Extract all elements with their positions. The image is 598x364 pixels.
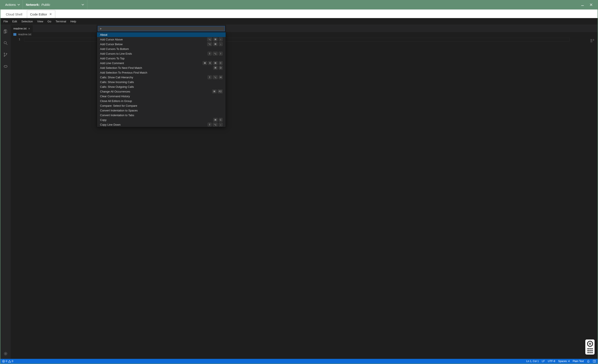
command-palette-list[interactable]: AboutAdd Cursor Above⌥⌘↑Add Cursor Below… bbox=[97, 32, 226, 127]
svg-point-2 bbox=[4, 56, 5, 56]
indentation-indicator[interactable]: Spaces: 4 bbox=[558, 360, 570, 363]
command-item[interactable]: Close All Editors in Group bbox=[97, 99, 226, 103]
close-button[interactable] bbox=[587, 0, 595, 9]
command-item[interactable]: Add Cursor Above⌥⌘↑ bbox=[97, 37, 226, 42]
help-icon[interactable] bbox=[587, 341, 593, 347]
keycap: F2 bbox=[218, 90, 223, 93]
outline-icon bbox=[590, 38, 594, 43]
network-dropdown[interactable]: Network: Public bbox=[23, 0, 87, 9]
keycap: ⌥ bbox=[213, 123, 218, 126]
workspace: readme.txt × readme.txt 1 bbox=[0, 25, 598, 359]
menu-terminal[interactable]: Terminal bbox=[53, 18, 68, 24]
command-item-shortcut: ⌘F2 bbox=[212, 90, 223, 93]
command-item[interactable]: Calls: Show Outgoing Calls bbox=[97, 84, 226, 89]
command-item-label: Add Cursor Above bbox=[100, 38, 207, 41]
command-item[interactable]: Calls: Show Call Hierarchy⇧⌥H bbox=[97, 75, 226, 80]
command-item-shortcut: ⌘C bbox=[213, 118, 223, 122]
keycap: ⌘ bbox=[213, 37, 218, 41]
keycap: ⇧ bbox=[208, 75, 212, 79]
editor-app: File Edit Selection View Go Terminal Hel… bbox=[0, 18, 598, 364]
editor-content: readme.txt × readme.txt 1 bbox=[11, 25, 598, 359]
keycap: H bbox=[219, 75, 223, 79]
language-mode[interactable]: Plain Text bbox=[573, 360, 584, 363]
keycap: ⌘ bbox=[213, 61, 218, 65]
command-item-label: Copy bbox=[100, 118, 213, 122]
command-item[interactable]: Change All Occurrences⌘F2 bbox=[97, 89, 226, 94]
outline-toggle-button[interactable] bbox=[589, 38, 595, 44]
menu-file[interactable]: File bbox=[1, 18, 10, 24]
command-item[interactable]: Compare: Select for Compare bbox=[97, 103, 226, 108]
close-icon bbox=[590, 3, 593, 6]
tab-cloud-shell-label: Cloud Shell bbox=[6, 12, 22, 16]
notifications-button[interactable] bbox=[587, 360, 590, 363]
close-tab-icon[interactable]: ✕ bbox=[49, 12, 52, 16]
command-item-shortcut: ⇧⌥↓ bbox=[208, 123, 223, 126]
command-palette-input-row bbox=[97, 25, 226, 32]
command-item[interactable]: Copy⌘C bbox=[97, 117, 226, 122]
layout-icon bbox=[593, 360, 596, 363]
keycap: ⌘ bbox=[213, 42, 218, 46]
oval-icon bbox=[3, 64, 8, 69]
close-editor-tab-icon[interactable]: × bbox=[28, 27, 30, 30]
command-item[interactable]: Add Selection To Previous Find Match bbox=[97, 70, 226, 75]
keycap: I bbox=[219, 52, 223, 56]
command-item[interactable]: Add Cursors To Top bbox=[97, 56, 226, 61]
keycap: ⇧ bbox=[208, 52, 212, 56]
chevron-down-icon bbox=[17, 3, 20, 6]
command-item-label: Convert Indentation to Spaces bbox=[100, 109, 223, 112]
layout-toggle-button[interactable] bbox=[593, 360, 596, 363]
svg-rect-4 bbox=[4, 66, 7, 67]
command-item[interactable]: Clear Command History bbox=[97, 94, 226, 99]
command-item-label: Calls: Show Call Hierarchy bbox=[100, 76, 208, 79]
keycap: C bbox=[219, 61, 223, 65]
source-control-tab[interactable] bbox=[0, 50, 11, 60]
minimize-button[interactable] bbox=[578, 0, 587, 9]
command-item-label: Add Selection To Previous Find Match bbox=[100, 71, 223, 74]
menu-edit[interactable]: Edit bbox=[10, 18, 19, 24]
svg-point-5 bbox=[5, 353, 6, 354]
command-palette-input[interactable] bbox=[98, 26, 225, 31]
search-tab[interactable] bbox=[0, 38, 11, 48]
problems-button[interactable]: 0 0 bbox=[2, 360, 13, 363]
command-item[interactable]: Copy Line Down⇧⌥↓ bbox=[97, 122, 226, 127]
settings-button[interactable] bbox=[0, 348, 11, 359]
keycap: ⌘ bbox=[213, 118, 218, 122]
command-item[interactable]: Calls: Show Incoming Calls bbox=[97, 80, 226, 84]
eol-indicator[interactable]: LF bbox=[542, 360, 545, 363]
apps-grid-icon[interactable] bbox=[588, 348, 593, 353]
command-item[interactable]: About bbox=[97, 32, 226, 37]
menu-view[interactable]: View bbox=[35, 18, 45, 24]
command-item-label: Calls: Show Incoming Calls bbox=[100, 81, 223, 84]
keycap: ⌥ bbox=[213, 52, 218, 56]
command-item[interactable]: Add Cursor Below⌥⌘↓ bbox=[97, 42, 226, 46]
menu-help[interactable]: Help bbox=[68, 18, 78, 24]
menu-go[interactable]: Go bbox=[45, 18, 53, 24]
command-item[interactable]: Convert Indentation to Tabs bbox=[97, 113, 226, 117]
command-item[interactable]: Add Selection To Next Find Match⌘D bbox=[97, 66, 226, 70]
command-palette: AboutAdd Cursor Above⌥⌘↑Add Cursor Below… bbox=[97, 25, 226, 127]
command-item-label: Add Line Comment bbox=[100, 62, 203, 65]
encoding-indicator[interactable]: UTF-8 bbox=[548, 360, 555, 363]
keycap: ⌥ bbox=[213, 75, 218, 79]
actions-dropdown[interactable]: Actions bbox=[3, 0, 23, 9]
explorer-tab[interactable] bbox=[0, 26, 11, 37]
cursor-position[interactable]: Ln 1, Col 1 bbox=[526, 360, 539, 363]
command-item-label: Compare: Select for Compare bbox=[100, 104, 223, 107]
file-icon bbox=[13, 33, 16, 36]
command-item[interactable]: Convert Indentation to Spaces bbox=[97, 108, 226, 113]
page-tab-strip: Cloud Shell Code Editor ✕ bbox=[0, 9, 598, 18]
command-item[interactable]: Add Cursors to Line Ends⇧⌥I bbox=[97, 51, 226, 56]
tab-code-editor[interactable]: Code Editor ✕ bbox=[27, 10, 55, 18]
tab-cloud-shell[interactable]: Cloud Shell bbox=[3, 10, 25, 18]
command-item[interactable]: Add Line Comment⌘K⌘C bbox=[97, 61, 226, 66]
menu-selection[interactable]: Selection bbox=[19, 18, 35, 24]
command-item[interactable]: Add Cursors To Bottom bbox=[97, 46, 226, 51]
editor-tab-readme[interactable]: readme.txt × bbox=[11, 25, 33, 32]
command-item-label: Add Cursors to Line Ends bbox=[100, 52, 208, 55]
editor-side-tools bbox=[588, 38, 596, 44]
status-bar: 0 0 Ln 1, Col 1 LF UTF-8 Spaces: 4 Plain… bbox=[0, 359, 598, 364]
command-item-label: Add Cursor Below bbox=[100, 43, 207, 46]
oracle-cloud-tab[interactable] bbox=[0, 61, 11, 71]
command-item-shortcut: ⇧⌥I bbox=[208, 52, 223, 56]
bell-icon bbox=[587, 360, 590, 363]
